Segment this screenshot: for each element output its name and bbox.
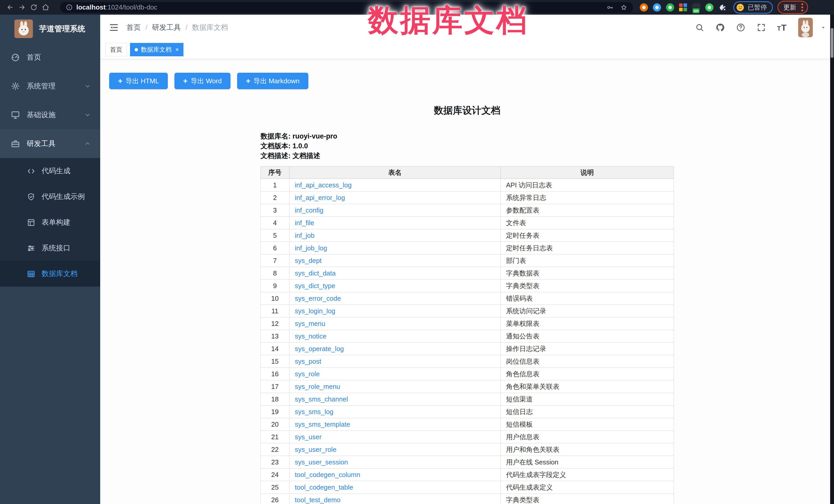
table-name-link[interactable]: sys_dept [295,257,322,264]
extension-green-leaf-icon[interactable] [705,3,714,12]
app-logo-rabbit-icon [15,20,33,38]
sidebar-subitem-表单构建[interactable]: 表单构建 [0,210,100,235]
browser-home-button[interactable] [40,2,51,13]
breadcrumb-item[interactable]: 首页 [126,23,141,32]
row-table-name: tool_codegen_column [289,468,501,481]
sidebar-subitem-系统接口[interactable]: 系统接口 [0,235,100,261]
tag-label: 首页 [110,45,122,54]
user-avatar[interactable] [798,18,813,37]
table-name-link[interactable]: sys_dict_type [295,282,335,290]
sidebar-item-研发工具[interactable]: 研发工具 [0,129,100,158]
breadcrumb-item[interactable]: 研发工具 [152,23,181,32]
export-button-0[interactable]: +导出 HTML [109,73,168,89]
scrollbar-thumb[interactable] [831,28,833,58]
table-name-link[interactable]: sys_menu [295,320,326,327]
sidebar-item-基础设施[interactable]: 基础设施 [0,101,100,129]
table-row: 6inf_job_log定时任务日志表 [261,242,674,255]
table-name-link[interactable]: tool_codegen_column [295,471,360,479]
row-table-name: sys_dept [289,255,501,267]
table-name-link[interactable]: inf_api_error_log [295,194,345,201]
home-icon [42,4,49,11]
table-name-link[interactable]: sys_sms_log [295,408,333,416]
site-info-icon[interactable] [66,4,73,11]
extension-blue-pin-icon[interactable] [653,3,661,12]
table-row: 25tool_codegen_table代码生成表定义 [261,481,674,494]
table-name-link[interactable]: sys_notice [295,332,327,340]
browser-forward-button[interactable] [16,2,28,13]
row-description: 代码生成表字段定义 [501,468,674,481]
table-name-link[interactable]: sys_user_role [295,446,336,453]
sidebar-subitem-代码生成示例[interactable]: 代码生成示例 [0,184,100,210]
table-name-link[interactable]: sys_post [295,357,322,365]
github-icon[interactable] [716,23,725,32]
tag-数据库文档[interactable]: 数据库文档× [130,43,183,56]
user-menu-caret-icon[interactable] [820,24,826,30]
browser-menu-kebab-icon[interactable] [800,3,804,12]
doc-info-line: 数据库名: ruoyi-vue-pro [261,131,674,141]
table-name-link[interactable]: sys_sms_template [295,420,350,428]
browser-reload-button[interactable] [28,2,40,13]
table-name-link[interactable]: tool_codegen_table [295,483,353,491]
sidebar-subitem-代码生成[interactable]: 代码生成 [0,158,100,184]
page-scrollbar[interactable] [830,15,834,504]
chevron-down-icon [84,83,91,89]
close-icon[interactable]: × [175,46,179,53]
sidebar-item-系统管理[interactable]: 系统管理 [0,72,100,101]
table-name-link[interactable]: inf_api_access_log [295,181,352,189]
table-name-link[interactable]: inf_file [295,219,314,227]
row-description: 定时任务日志表 [501,242,674,255]
extension-green-check-icon[interactable] [666,3,674,12]
fullscreen-icon[interactable] [757,23,766,32]
extension-dark-on-icon[interactable]: on [692,3,700,12]
row-table-name: sys_sms_channel [289,393,501,406]
search-icon[interactable] [695,23,704,32]
export-button-1[interactable]: +导出 Word [174,73,231,89]
address-bar[interactable]: localhost:1024/tool/db-doc [60,2,633,13]
browser-update-button[interactable]: 更新 [777,1,808,14]
document-info: 数据库名: ruoyi-vue-pro文档版本: 1.0.0文档描述: 文档描述 [261,131,674,161]
table-name-link[interactable]: sys_user [295,433,322,441]
row-table-name: sys_notice [289,330,501,343]
row-serial: 3 [261,204,289,217]
export-button-label: 导出 Word [191,76,222,86]
table-name-link[interactable]: sys_dict_data [295,269,336,277]
font-size-icon[interactable]: TT [777,23,787,32]
table-name-link[interactable]: inf_job_log [295,244,327,252]
table-name-link[interactable]: sys_sms_channel [295,395,348,403]
table-name-link[interactable]: tool_test_demo [295,496,341,504]
app-logo-row[interactable]: 芋道管理系统 [0,15,100,43]
extension-puzzle-icon[interactable] [718,3,727,12]
tag-首页[interactable]: 首页 [105,43,127,56]
table-name-link[interactable]: inf_config [295,206,324,214]
password-key-icon[interactable] [606,4,614,11]
table-name-link[interactable]: inf_job [295,232,315,239]
browser-back-button[interactable] [4,2,16,13]
row-description: 通知公告表 [501,330,674,343]
table-name-link[interactable]: sys_role_menu [295,383,340,390]
table-name-link[interactable]: sys_user_session [295,458,348,466]
row-description: 用户在线 Session [501,456,674,468]
row-table-name: sys_user [289,431,501,443]
row-table-name: inf_config [289,204,501,217]
row-serial: 16 [261,368,289,380]
help-icon[interactable] [736,23,745,32]
doc-info-line: 文档版本: 1.0.0 [261,141,674,151]
row-serial: 12 [261,317,289,330]
export-button-2[interactable]: +导出 Markdown [237,73,308,89]
sidebar-subitem-数据库文档[interactable]: 数据库文档 [0,261,100,287]
row-description: 系统访问记录 [501,305,674,317]
profile-paused-badge[interactable]: 已暂停 [733,1,773,14]
bookmark-star-icon[interactable] [620,4,628,11]
sidebar-item-首页[interactable]: 首页 [0,43,100,72]
extension-orange-circle-icon[interactable] [640,3,648,12]
dashboard-icon [11,53,20,62]
table-name-link[interactable]: sys_error_code [295,294,341,302]
row-description: 字典数据表 [501,267,674,280]
table-name-link[interactable]: sys_role [295,370,320,378]
row-serial: 11 [261,305,289,317]
sidebar-collapse-icon[interactable] [109,23,119,32]
table-name-link[interactable]: sys_operate_log [295,345,344,353]
row-serial: 21 [261,431,289,443]
table-name-link[interactable]: sys_login_log [295,307,335,315]
extension-color-grid-icon[interactable] [679,3,687,12]
